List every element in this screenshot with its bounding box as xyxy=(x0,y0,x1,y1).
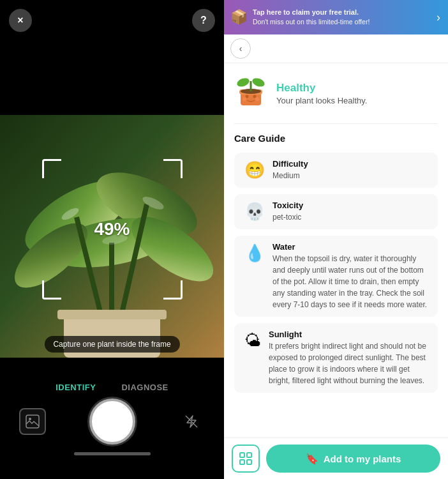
scan-button[interactable] xyxy=(232,445,260,473)
water-label: Water xyxy=(273,242,428,252)
difficulty-value: Medium xyxy=(273,170,308,181)
sunlight-emoji: 🌤 xyxy=(244,331,261,351)
scan-percentage: 49% xyxy=(94,219,130,240)
svg-point-22 xyxy=(251,77,266,88)
care-items-list[interactable]: 😁 Difficulty Medium 💀 Toxicity pet-toxic… xyxy=(224,153,448,437)
svg-point-23 xyxy=(246,95,249,98)
sunlight-label: Sunlight xyxy=(269,330,428,339)
svg-point-21 xyxy=(236,77,251,88)
svg-rect-28 xyxy=(247,453,251,457)
promo-icon: 📦 xyxy=(230,9,248,26)
back-button[interactable]: ‹ xyxy=(230,38,251,59)
water-emoji: 💧 xyxy=(244,243,265,263)
camera-tabs: IDENTIFY DIAGNOSE xyxy=(0,374,224,392)
svg-rect-30 xyxy=(247,460,251,464)
health-info: Healthy Your plant looks Healthy. xyxy=(276,82,367,105)
help-button[interactable]: ? xyxy=(192,9,215,32)
care-item-difficulty: 😁 Difficulty Medium xyxy=(234,153,438,188)
sunlight-value: It prefers bright indirect light and sho… xyxy=(269,340,428,386)
toxicity-value: pet-toxic xyxy=(273,211,303,223)
toxicity-emoji: 💀 xyxy=(244,202,265,222)
home-indicator xyxy=(74,452,151,455)
care-guide-title: Care Guide xyxy=(234,133,438,144)
bottom-actions: 🔖 Add to my plants xyxy=(224,437,448,479)
health-description: Your plant looks Healthy. xyxy=(276,96,367,105)
capture-hint: Capture one plant inside the frame xyxy=(44,336,179,353)
care-item-water: 💧 Water When the topsoil is dry, water i… xyxy=(234,236,438,317)
add-plants-button[interactable]: 🔖 Add to my plants xyxy=(266,445,440,473)
difficulty-emoji: 😁 xyxy=(244,160,265,180)
water-value: When the topsoil is dry, water it thorou… xyxy=(273,253,428,310)
promo-text: Tap here to claim your free trial. Don't… xyxy=(253,8,431,27)
scan-frame: 49% xyxy=(42,159,183,300)
promo-banner[interactable]: 📦 Tap here to claim your free trial. Don… xyxy=(224,0,448,34)
sunlight-content: Sunlight It prefers bright indirect ligh… xyxy=(269,330,428,386)
tab-identify[interactable]: IDENTIFY xyxy=(56,383,96,392)
svg-point-15 xyxy=(29,418,31,420)
svg-point-24 xyxy=(253,95,257,98)
top-nav: ‹ xyxy=(224,34,448,63)
health-status: Healthy xyxy=(276,82,367,95)
svg-point-26 xyxy=(255,97,259,101)
svg-rect-27 xyxy=(240,453,244,457)
care-item-toxicity: 💀 Toxicity pet-toxic xyxy=(234,194,438,229)
bookmark-icon: 🔖 xyxy=(306,453,318,465)
health-card: Healthy Your plant looks Healthy. xyxy=(224,63,448,123)
shutter-button[interactable] xyxy=(89,399,135,445)
toxicity-content: Toxicity pet-toxic xyxy=(273,201,303,223)
svg-rect-10 xyxy=(57,310,167,319)
promo-chevron-icon: › xyxy=(437,11,440,24)
plant-pot-emoji xyxy=(234,72,267,114)
care-guide-header: Care Guide xyxy=(224,124,448,153)
camera-panel: × ? xyxy=(0,0,224,479)
tab-diagnose[interactable]: DIAGNOSE xyxy=(121,383,168,392)
gallery-button[interactable] xyxy=(19,408,46,435)
results-panel: 📦 Tap here to claim your free trial. Don… xyxy=(224,0,448,479)
svg-point-25 xyxy=(243,97,246,101)
svg-rect-29 xyxy=(240,460,244,464)
flash-button[interactable] xyxy=(178,408,205,435)
close-button[interactable]: × xyxy=(9,9,32,32)
camera-viewfinder: 49% Capture one plant inside the frame xyxy=(0,115,224,358)
water-content: Water When the topsoil is dry, water it … xyxy=(273,242,428,310)
add-plants-label: Add to my plants xyxy=(324,453,401,464)
difficulty-label: Difficulty xyxy=(273,159,308,169)
difficulty-content: Difficulty Medium xyxy=(273,159,308,181)
camera-bottom-bar: IDENTIFY DIAGNOSE xyxy=(0,374,224,479)
care-item-sunlight: 🌤 Sunlight It prefers bright indirect li… xyxy=(234,323,438,393)
toxicity-label: Toxicity xyxy=(273,201,303,210)
camera-controls xyxy=(0,399,224,445)
